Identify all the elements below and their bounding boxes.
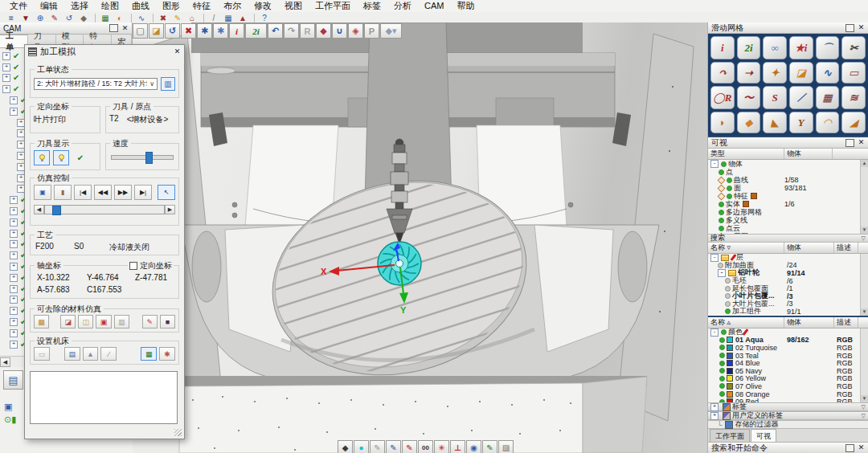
color-row[interactable]: 06 YellowRGB (708, 375, 868, 383)
collapse-icon[interactable]: + (2, 52, 10, 60)
visibility-bulb-icon[interactable] (719, 391, 725, 397)
collapse-icon[interactable]: + (10, 263, 18, 271)
collapse-icon[interactable]: + (10, 307, 18, 315)
spin-icon[interactable]: ↺ (63, 13, 76, 23)
color-row[interactable]: 02 TurquoiseRGB (708, 344, 868, 352)
workorder-manager-button[interactable]: ▤ (3, 370, 23, 390)
color-row[interactable]: 07 OliveRGB (708, 382, 868, 390)
glasses-view-icon[interactable]: ∞ (763, 36, 787, 59)
collapse-icon[interactable]: + (10, 285, 18, 293)
column-header-描述[interactable]: 描述 (834, 317, 858, 328)
open-file-icon[interactable]: ◪ (149, 23, 164, 39)
link-icon[interactable]: ◐ (113, 13, 126, 23)
float-panel-icon[interactable] (109, 24, 118, 32)
collapse-icon[interactable]: + (10, 207, 18, 215)
help-icon[interactable]: ? (258, 13, 271, 23)
collapse-icon[interactable]: + (10, 196, 18, 204)
list-icon[interactable]: ≡ (5, 13, 18, 23)
layer-row[interactable]: 加工组件91/1 (708, 308, 868, 316)
export-stock-button[interactable]: ■ (160, 315, 175, 329)
collapse-icon[interactable]: + (10, 329, 18, 337)
close-panel-icon[interactable]: ✕ (858, 444, 865, 451)
close-panel-icon[interactable]: ✕ (858, 139, 865, 146)
visibility-bulb-icon[interactable] (719, 202, 724, 207)
green-pen-icon[interactable]: ✎ (482, 440, 497, 453)
zero-zero-icon[interactable]: 00 (418, 440, 433, 453)
go-end-button[interactable]: ▶| (134, 185, 152, 200)
eye-view-icon[interactable]: ◉ (466, 440, 481, 453)
menu-绘图[interactable]: 绘图 (95, 0, 125, 12)
collapse-icon[interactable]: + (10, 251, 18, 259)
visible-tree-row[interactable]: 草图 (708, 232, 868, 234)
float-panel-icon[interactable] (845, 444, 854, 452)
dialog-titlebar[interactable]: 加工模拟 ✕ (25, 45, 184, 59)
layer-row[interactable]: 附加曲面/24 (708, 262, 868, 270)
visibility-bulb-icon[interactable] (727, 194, 732, 199)
colors-root-row[interactable]: -颜色 (708, 329, 868, 337)
globe-view-icon[interactable]: ● (354, 440, 369, 453)
sheet-icon[interactable]: ◆ (737, 112, 761, 133)
fold-icon[interactable]: ◣ (763, 112, 787, 133)
column-header-物体[interactable]: 物体 (784, 317, 834, 328)
rectangle-icon[interactable]: ▭ (841, 62, 866, 84)
sweep-icon[interactable]: ∿ (135, 13, 148, 23)
menu-修改[interactable]: 修改 (248, 0, 278, 12)
expand-icon[interactable]: + (710, 412, 719, 420)
color-row[interactable]: 04 BlueRGB (708, 359, 868, 367)
float-panel-icon[interactable] (845, 139, 854, 147)
dialog-resize-grip[interactable] (174, 429, 182, 436)
collapse-icon[interactable]: + (2, 63, 10, 71)
menu-图形[interactable]: 图形 (156, 0, 186, 12)
simulation-progress-slider[interactable] (44, 205, 165, 214)
collapse-icon[interactable]: + (2, 74, 10, 82)
redo-icon[interactable]: ↷ (284, 23, 299, 39)
blue-pen-icon[interactable]: ✎ (386, 440, 401, 453)
surface-arrow-icon[interactable]: ➝ (737, 62, 761, 84)
layer-bulb-icon[interactable] (718, 263, 723, 268)
step-forward-icon[interactable]: ▶ (165, 205, 175, 214)
graph-curve-icon[interactable]: ∿ (816, 62, 840, 84)
save-icon[interactable]: ↺ (165, 23, 180, 39)
collapse-icon[interactable]: + (10, 274, 18, 282)
sketch-line-icon[interactable]: / (207, 13, 220, 23)
visibility-bulb-icon[interactable] (719, 210, 724, 215)
shaded-view-icon[interactable]: ◆ (338, 440, 353, 453)
menu-曲线[interactable]: 曲线 (125, 0, 156, 12)
column-header-名称[interactable]: 名称 ▿ (708, 243, 784, 253)
tools-icon[interactable]: ✖ (157, 13, 170, 23)
show-holder-button[interactable] (53, 150, 69, 165)
layer-bulb-icon[interactable] (725, 301, 731, 307)
visibility-bulb-icon[interactable] (719, 361, 725, 366)
layer-bulb-icon[interactable] (725, 308, 731, 314)
visible-tree-row[interactable]: 曲线1/58 (708, 176, 868, 184)
machine-sound-button[interactable]: ▭ (34, 347, 50, 361)
collapse-icon[interactable]: + (10, 218, 18, 226)
collapse-icon[interactable]: + (10, 296, 18, 304)
collapse-icon[interactable]: + (10, 240, 18, 248)
stored-filters-row[interactable]: └ 存储的过滤器 (708, 420, 868, 429)
menu-分析[interactable]: 分析 (387, 0, 418, 12)
column-header-名称[interactable]: 名称 ▵ (708, 317, 784, 328)
pointer-mode-button[interactable]: ↖ (158, 185, 175, 200)
goblet-icon[interactable]: Y (789, 112, 813, 133)
collapse-icon[interactable]: + (10, 230, 18, 238)
menu-标签[interactable]: 标签 (357, 0, 387, 12)
corner-curve-icon[interactable]: ⌒ (816, 36, 840, 59)
pin-icon[interactable]: ⊕ (34, 13, 47, 23)
model-info-icon[interactable]: i (710, 36, 735, 59)
axe-icon[interactable]: ◆ (77, 13, 90, 23)
visibility-bulb-icon[interactable] (719, 383, 725, 389)
collapse-icon[interactable]: + (10, 341, 18, 349)
visibility-bulb-icon[interactable] (721, 161, 727, 167)
speed-slider[interactable] (111, 155, 174, 160)
gem-dropdown-icon[interactable]: ◆▾ (380, 23, 402, 39)
collapse-icon[interactable]: + (10, 108, 18, 116)
stop-material-button[interactable]: ▣ (96, 315, 111, 329)
visibility-bulb-icon[interactable] (719, 169, 724, 175)
tab-可视[interactable]: 可视 (751, 429, 776, 442)
workorder-settings-button[interactable]: ▥ (161, 77, 175, 91)
hatch-icon[interactable]: ▨ (498, 440, 514, 453)
visible-tree-row[interactable]: 点云 (708, 224, 868, 232)
column-header-描述[interactable]: 描述 (834, 243, 858, 253)
visibility-bulb-icon[interactable] (727, 178, 732, 183)
